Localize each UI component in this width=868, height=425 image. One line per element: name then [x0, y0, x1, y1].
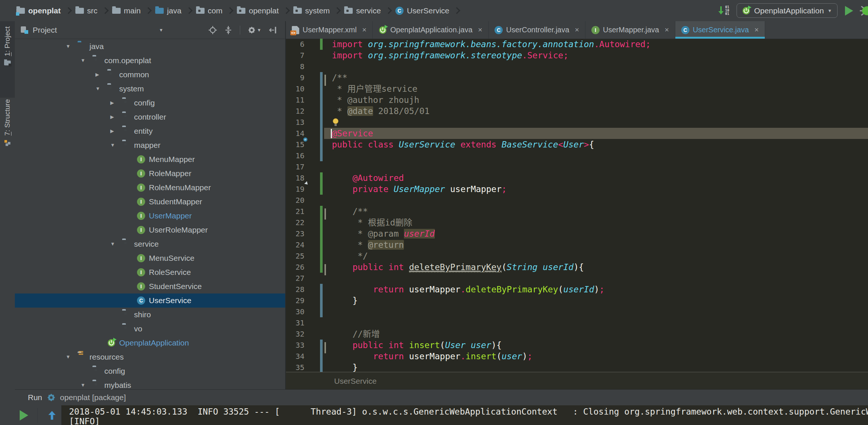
run-panel-title: Run	[28, 393, 42, 402]
tree-expand-arrow-closed[interactable]: ▶	[95, 68, 99, 82]
breadcrumb-chevron-icon	[385, 7, 392, 14]
tree-row[interactable]: CUserService	[15, 293, 285, 308]
tree-row[interactable]: IMenuService	[15, 251, 285, 265]
stripe-item-project[interactable]: 1: Project	[0, 21, 15, 98]
tree-row[interactable]: IUserMapper	[15, 209, 285, 223]
source-root-folder-icon	[155, 8, 164, 14]
editor-breadcrumb-item[interactable]: UserService	[334, 377, 376, 386]
code-text: /**	[332, 206, 368, 217]
up-arrow-button[interactable]	[47, 410, 57, 421]
tab-close-icon[interactable]: ×	[362, 26, 367, 34]
spring-boot-icon	[742, 7, 750, 15]
locate-icon[interactable]	[209, 26, 217, 34]
breadcrumb-chevron-icon	[65, 7, 72, 14]
tree-expand-arrow-open[interactable]: ▼	[95, 82, 100, 96]
tree-row[interactable]: ▶controller	[15, 110, 285, 124]
tree-row[interactable]: IStudentService	[15, 279, 285, 293]
breadcrumb-label: openplat	[249, 6, 279, 15]
tree-row[interactable]: ▼system	[15, 82, 285, 96]
stripe-item-structure[interactable]: 7: Structure	[0, 94, 15, 162]
breadcrumb-item[interactable]: openplat	[237, 6, 279, 15]
tree-row[interactable]: IUserRoleMapper	[15, 223, 285, 237]
console-output[interactable]: 2018-05-01 14:45:03.133 INFO 33525 --- […	[62, 405, 868, 425]
tree-expand-arrow-closed[interactable]: ▶	[110, 124, 114, 138]
panel-title[interactable]: Project	[33, 26, 57, 35]
collapse-all-icon[interactable]	[224, 26, 232, 34]
tree-row[interactable]: config	[15, 364, 285, 378]
token: userMapper	[445, 184, 502, 194]
chevron-down-icon[interactable]: ▼	[159, 27, 163, 33]
tree-item-label: UserService	[149, 293, 191, 308]
tree-expand-arrow-open[interactable]: ▼	[81, 53, 85, 68]
code-line: 14@Service	[286, 128, 868, 139]
tree-row[interactable]: vo	[15, 322, 285, 336]
tree-item-label: controller	[134, 110, 166, 124]
project-view-icon	[21, 26, 28, 34]
breadcrumb-item[interactable]: openplat	[16, 6, 61, 15]
tree-row[interactable]: ▼service	[15, 237, 285, 251]
tree-expand-arrow-closed[interactable]: ▶	[110, 96, 114, 110]
breadcrumb-chevron-icon	[186, 7, 192, 14]
editor-tab-bar: UserMapper.xml×OpenplatApplication.java×…	[286, 21, 868, 39]
tree-row[interactable]: ▼mapper	[15, 138, 285, 152]
run-button[interactable]	[845, 6, 853, 16]
tree-item-label: system	[119, 82, 144, 96]
breadcrumb-item[interactable]: src	[75, 6, 98, 15]
tree-row[interactable]: ▼resources	[15, 350, 285, 364]
tree-row[interactable]: ▼mybatis	[15, 378, 285, 389]
token: {	[589, 140, 594, 149]
debug-button[interactable]	[858, 4, 868, 17]
breadcrumb-item[interactable]: com	[196, 6, 223, 15]
run-configuration-select[interactable]: OpenplatApplication ▼	[737, 3, 838, 18]
tab-usermapper-xml[interactable]: UserMapper.xml×	[286, 21, 373, 39]
tree-row[interactable]: IRoleMenuMapper	[15, 181, 285, 195]
tree-item-label: OpenplatApplication	[119, 336, 189, 350]
intention-bulb-icon[interactable]	[332, 118, 339, 127]
tab-close-icon[interactable]: ×	[754, 26, 759, 34]
tab-usercontroller-java[interactable]: CUserController.java×	[489, 21, 585, 39]
tree-row[interactable]: IStudentMapper	[15, 195, 285, 209]
gear-icon	[248, 26, 256, 34]
binary-digit: 01	[725, 12, 729, 16]
breadcrumb-item[interactable]: CUserService	[395, 6, 449, 15]
code-editor[interactable]: 6import org.springframework.beans.factor…	[286, 39, 868, 372]
code-line: 34 return userMapper.insert(user);	[286, 351, 868, 362]
tree-expand-arrow-open[interactable]: ▼	[110, 237, 115, 251]
vcs-update-button[interactable]: 011001	[718, 5, 729, 16]
tree-row[interactable]: IMenuMapper	[15, 152, 285, 166]
tree-row[interactable]: ▼com.openplat	[15, 53, 285, 68]
tab-openplatapplication-java[interactable]: OpenplatApplication.java×	[373, 21, 489, 39]
run-tab-label[interactable]: openplat [package]	[60, 393, 126, 402]
code-line: 11 * @author zhoujh	[286, 94, 868, 106]
tree-row[interactable]: ▶common	[15, 68, 285, 82]
tab-usermapper-java[interactable]: IUserMapper.java×	[585, 21, 675, 39]
tree-row[interactable]: shiro	[15, 308, 285, 322]
tree-row[interactable]: OpenplatApplication	[15, 336, 285, 350]
tab-userservice-java[interactable]: CUserService.java×	[675, 21, 765, 39]
tree-expand-arrow-open[interactable]: ▼	[110, 138, 115, 152]
tree-row[interactable]: ▶config	[15, 96, 285, 110]
ide-window: openplatsrcmainjavacomopenplatsystemserv…	[0, 0, 868, 425]
breadcrumb-item[interactable]: main	[112, 6, 141, 15]
tree-row[interactable]: IRoleService	[15, 265, 285, 279]
tree-row[interactable]: ▶entity	[15, 124, 285, 138]
tab-close-icon[interactable]: ×	[575, 26, 579, 34]
tree-expand-arrow-closed[interactable]: ▶	[110, 110, 114, 124]
line-number: 19	[286, 184, 304, 195]
tree-row[interactable]: ▼java	[15, 39, 285, 53]
code-line: 30	[286, 306, 868, 317]
breadcrumb-item[interactable]: system	[293, 6, 330, 15]
tree-row[interactable]: IRoleMapper	[15, 166, 285, 181]
breadcrumb-item[interactable]: service	[344, 6, 381, 15]
tree-expand-arrow-open[interactable]: ▼	[81, 378, 85, 389]
rerun-button[interactable]	[20, 410, 28, 421]
breadcrumb-item[interactable]: java	[155, 6, 182, 15]
token: (	[440, 340, 445, 350]
token: //新增	[332, 329, 380, 339]
tree-expand-arrow-open[interactable]: ▼	[66, 39, 71, 53]
tab-close-icon[interactable]: ×	[478, 26, 483, 34]
tab-close-icon[interactable]: ×	[665, 26, 669, 34]
tree-expand-arrow-open[interactable]: ▼	[66, 350, 71, 364]
panel-settings-button[interactable]: ▼	[248, 26, 261, 34]
hide-panel-icon[interactable]	[269, 26, 277, 34]
